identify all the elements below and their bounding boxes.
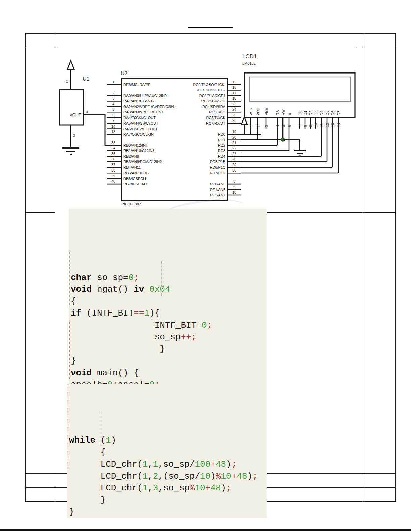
code-token-n: 0 <box>202 320 207 330</box>
code-token-p: (INTF_BIT <box>81 308 134 318</box>
u2-pin-number: 34 <box>111 146 115 150</box>
u2-pin-number: 23 <box>232 102 236 106</box>
code-token-p: } <box>69 507 74 517</box>
u2-pin-name: RC3/SCK/SCL <box>201 99 225 103</box>
u2-pin-number: 6 <box>112 113 114 117</box>
u2-pin-number: 28 <box>232 157 236 161</box>
u2-pin-number: 37 <box>111 163 115 167</box>
lcd-pin-number: 7 <box>298 125 302 127</box>
u2-pin-name: RE2/AN7 <box>210 193 225 197</box>
code-token-k: char <box>71 273 92 283</box>
code-token-n: 0x04 <box>149 284 170 294</box>
code-token-p: ,(so_sp/ <box>158 471 200 481</box>
code-token-n: 3 <box>153 483 158 493</box>
lcd-pin-number: 10 <box>314 123 318 127</box>
code-token-n: 10 <box>221 471 232 481</box>
u2-pin-number: 27 <box>232 152 236 156</box>
lcd-wires <box>241 134 338 173</box>
code-token-p: LCD_chr( <box>101 471 143 481</box>
u1-pin3-number: 3 <box>73 133 75 137</box>
lcd-pin-name: D6 <box>331 111 335 115</box>
lcd-pin-name: VSS <box>249 108 253 115</box>
u2-pin-name: RB3/AN9/PGM/C12IN2- <box>123 160 163 164</box>
code-token-p: { <box>101 447 106 457</box>
code-token-p: { <box>71 296 76 306</box>
u2-part-number: PIC16F887 <box>121 202 141 206</box>
lcd-pin-number: 12 <box>325 123 329 127</box>
code-line: char so_sp=0; <box>69 272 267 284</box>
code-token-n: 0 <box>129 273 134 283</box>
code-line: void ngat() iv 0x04 <box>69 284 267 296</box>
lcd-part-number: LM016L <box>242 61 256 65</box>
component-lcd1: VSS1VDD2VEE3RS4RW5E6D07D18D29D310D411D51… <box>241 73 355 173</box>
code-line: } <box>69 343 267 355</box>
code-line: } <box>67 494 267 506</box>
code-line: { <box>67 447 267 459</box>
page-bottom-rule <box>0 529 411 531</box>
u2-pin-number: 10 <box>232 190 236 194</box>
code-token-p: ) <box>221 483 226 493</box>
lcd-pin-number: 2 <box>256 125 260 127</box>
u2-pin-name: RD1 <box>218 138 225 142</box>
u2-pin-name: RD0 <box>218 132 225 136</box>
u2-pin-number: 40 <box>111 179 115 183</box>
code-token-p: ){ <box>149 308 160 318</box>
u2-pin-name: RC1/T1OSI/CCP2 <box>196 88 225 92</box>
lcd-pin-name: VDD <box>256 108 260 115</box>
u2-pin-name: RB1/AN10/C12IN3- <box>123 149 156 153</box>
code-line: INTF_BIT=0; <box>69 320 267 332</box>
lcd-pin-number: 11 <box>320 123 324 127</box>
power-arrow-icon <box>241 117 247 125</box>
u2-pin-number: 22 <box>232 146 236 150</box>
code-token-n: 48 <box>216 459 226 469</box>
code-token-n: 1 <box>144 308 149 318</box>
code-line: so_sp++; <box>69 331 267 343</box>
lcd-pin-number: 4 <box>276 125 280 127</box>
lcd-pin-number: 14 <box>337 123 341 127</box>
code-line: } <box>69 355 267 367</box>
u2-pin-name: RC4/SDI/SDA <box>202 105 226 109</box>
u2-pin-number: 15 <box>232 80 236 84</box>
code-token-n: 1 <box>142 483 148 493</box>
u2-pin-number: 14 <box>111 124 115 128</box>
indent-guide <box>101 411 101 446</box>
u2-pin-name: RE3/MCLR/VPP <box>123 83 151 87</box>
u1-ref: U1 <box>83 76 90 82</box>
code-line: if (INTF_BIT==1){ <box>69 307 267 320</box>
code-token-p: ) <box>226 459 232 469</box>
code-line: } <box>67 506 267 518</box>
u2-pin-number: 19 <box>232 130 236 134</box>
document-page: U1 VOUT 1 2 3 1RE3/MCLR/VPP2RA0/AN0/ULPW… <box>0 0 411 532</box>
u2-pin-number: 3 <box>112 96 114 100</box>
code-token-p: so_sp <box>155 332 181 342</box>
u2-pin-name: RD7/P1D <box>210 171 226 175</box>
lcd-pin-number: 3 <box>264 125 268 127</box>
code-token-o: == <box>134 308 144 318</box>
u2-pin-name: RD2 <box>218 143 225 147</box>
u2-pin-name: RA6/OSC2/CLKOUT <box>123 127 158 131</box>
u2-pin-number: 9 <box>233 185 235 189</box>
code-token-p: LCD_chr( <box>101 459 143 469</box>
u2-pin-number: 5 <box>112 107 114 111</box>
u2-pin-name: RC0/T1OSO/T1CKI <box>193 83 225 87</box>
u2-pin-number: 39 <box>111 174 115 178</box>
u2-pin-number: 38 <box>111 168 115 172</box>
u2-pin-name: RA0/AN0/ULPWU/C12IN0- <box>123 94 168 98</box>
u2-pin-number: 35 <box>111 152 115 156</box>
u2-pin-name: RA1/AN1/C12IN1- <box>123 99 154 103</box>
code-token-k: iv <box>134 284 144 294</box>
u2-pin-number: 24 <box>232 107 236 111</box>
code-token-p: } <box>71 356 76 366</box>
lcd-pin-number: 5 <box>281 125 285 127</box>
u2-pin-name: RA3/AN3/VREF+/C1IN+ <box>123 110 163 114</box>
u2-pin-number: 4 <box>112 102 114 106</box>
code-token-n: 2 <box>153 471 158 481</box>
u2-pin-name: RA2/AN2/VREF-/CVREF/C2IN+ <box>123 105 176 109</box>
code-token-o: ; <box>226 483 232 493</box>
lcd-pin-name: D3 <box>314 111 318 115</box>
u2-pin-number: 20 <box>232 135 236 139</box>
u2-pin-name: RE1/AN6 <box>210 188 225 192</box>
code-token-n: 48 <box>237 471 247 481</box>
u2-pin-number: 17 <box>232 91 236 95</box>
u2-pin-name: RC5/SDO <box>209 110 225 114</box>
